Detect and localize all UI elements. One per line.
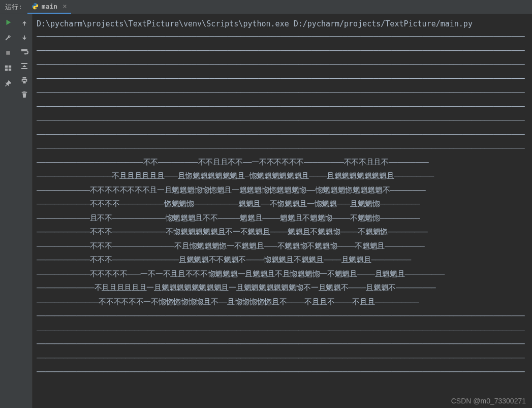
run-label: 运行: bbox=[0, 3, 27, 12]
close-icon[interactable]: × bbox=[62, 2, 67, 10]
output-line: ————————————————————————不不—————————不不且且不… bbox=[37, 155, 530, 170]
python-icon bbox=[32, 3, 39, 10]
output-line: ————————————————————————————————————————… bbox=[37, 44, 530, 58]
svg-rect-0 bbox=[6, 51, 10, 55]
rerun-icon[interactable] bbox=[4, 18, 12, 26]
softwrap-icon[interactable] bbox=[20, 48, 28, 56]
svg-rect-3 bbox=[5, 69, 7, 71]
output-line: ————————————不不不不不不不不且一且魍魍魍惚惚惚魍且一魍魍魍惚惚魍魍魍… bbox=[37, 183, 530, 198]
console-output[interactable]: D:\pycharm\projects\TextPicture\venv\Scr… bbox=[33, 14, 532, 408]
output-line: ————————————————————————————————————————… bbox=[37, 323, 530, 337]
stop-icon[interactable] bbox=[4, 49, 12, 57]
pin-icon[interactable] bbox=[4, 79, 12, 87]
output-line: ————————————————————————————————————————… bbox=[37, 141, 530, 155]
output-line: ————————————————————————————————————————… bbox=[37, 72, 530, 86]
watermark: CSDN @m0_73300271 bbox=[451, 397, 526, 405]
trash-icon[interactable] bbox=[20, 90, 28, 99]
output-line: ————————————不不不————————————不惚魍魍魍魍魍且不一不魍魍… bbox=[37, 225, 530, 239]
layout-icon[interactable] bbox=[4, 64, 12, 72]
output-line: ————————————————————————————————————————… bbox=[37, 100, 530, 114]
tab-name: main bbox=[42, 3, 57, 10]
output-line: ————————————————————————————————————————… bbox=[37, 351, 530, 365]
output-lines: ————————————————————————————————————————… bbox=[37, 29, 530, 379]
run-tab-main[interactable]: main × bbox=[27, 0, 71, 14]
print-icon[interactable] bbox=[20, 76, 28, 84]
output-line: ————————————————————————————————————————… bbox=[37, 337, 530, 351]
wrench-icon[interactable] bbox=[4, 34, 12, 42]
scroll-to-end-icon[interactable] bbox=[20, 62, 28, 70]
command-line: D:\pycharm\projects\TextPicture\venv\Scr… bbox=[37, 18, 530, 29]
console-toolbar bbox=[16, 14, 33, 408]
output-line: ————————————————————————————————————————… bbox=[37, 309, 530, 323]
main-area: D:\pycharm\projects\TextPicture\venv\Scr… bbox=[0, 14, 532, 408]
svg-rect-4 bbox=[8, 69, 11, 71]
arrow-down-icon[interactable] bbox=[20, 34, 28, 42]
run-header: 运行: main × bbox=[0, 0, 532, 14]
output-line: ————————————————————————————————————————… bbox=[37, 29, 530, 44]
output-line: ————————————不不不不不———一不一不且且不不不惚魍魍魍一且魍魍且不且… bbox=[37, 267, 530, 281]
output-line: ————————————————————————————————————————… bbox=[37, 113, 530, 128]
output-line: ————————————不不不———————————————且魍魍魍不不魍魍不—… bbox=[37, 253, 530, 267]
output-line: —————————————不且且且且且且一且魍魍魍魍魍魍魍魍且一且魍魍魍魍魍魍魍… bbox=[37, 281, 530, 295]
output-line: ————————————且不不————————————惚魍魍魍且不不—————魍… bbox=[37, 211, 530, 226]
svg-rect-1 bbox=[5, 66, 7, 68]
output-line: ————————————不不不——————————————不且惚魍魍魍惚一不魍魍… bbox=[37, 239, 530, 254]
output-line: ————————————不不不不——————————惚魍魍惚——————————… bbox=[37, 197, 530, 211]
output-line: ————————————————————————————————————————… bbox=[37, 85, 530, 100]
output-line: ————————————————————————————————————————… bbox=[37, 365, 530, 379]
arrow-up-icon[interactable] bbox=[20, 19, 28, 27]
svg-rect-2 bbox=[8, 66, 11, 68]
output-line: ——————————————不不不不不不一不惚惚惚惚惚惚且不——且惚惚惚惚惚且不… bbox=[37, 295, 530, 309]
output-line: ————————————————————————————————————————… bbox=[37, 128, 530, 142]
output-line: ————————————————————————————————————————… bbox=[37, 57, 530, 72]
output-line: —————————————————不且且且且且且———且惚魍魍魍魍魍魍且—惚魍魍… bbox=[37, 169, 530, 183]
action-toolbar bbox=[0, 14, 16, 408]
